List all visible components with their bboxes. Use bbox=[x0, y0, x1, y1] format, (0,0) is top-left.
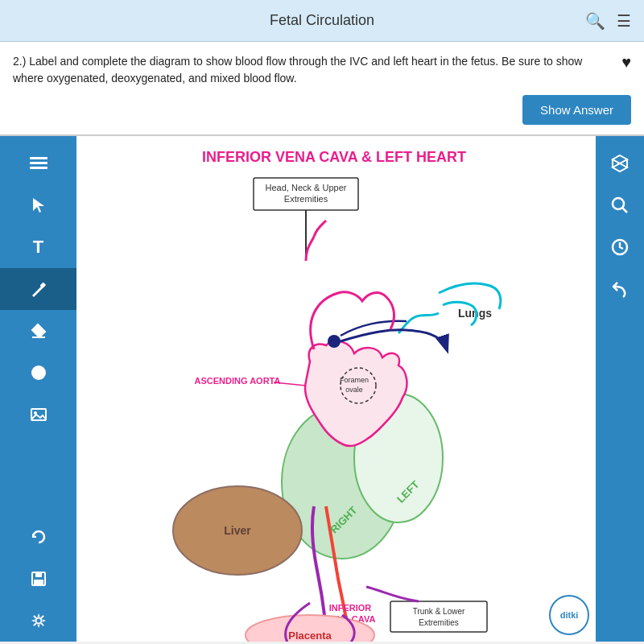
save-tool[interactable] bbox=[0, 558, 76, 600]
question-area: ♥ 2.) Label and complete the diagram to … bbox=[0, 42, 644, 136]
svg-text:Head, Neck & Upper: Head, Neck & Upper bbox=[266, 183, 347, 192]
header: Fetal Circulation 🔍 ☰ bbox=[0, 0, 644, 42]
image-tool[interactable] bbox=[0, 394, 76, 436]
svg-marker-3 bbox=[33, 198, 44, 213]
svg-text:ovale: ovale bbox=[345, 386, 363, 394]
svg-point-44 bbox=[613, 198, 624, 209]
refresh-tool[interactable] bbox=[0, 516, 76, 558]
svg-text:Extremities: Extremities bbox=[284, 194, 328, 204]
header-title: Fetal Circulation bbox=[270, 12, 374, 29]
svg-point-26 bbox=[328, 335, 341, 348]
diagram-container: INFERIOR VENA CAVA & LEFT HEART Head, Ne… bbox=[76, 136, 596, 642]
svg-text:ASCENDING AORTA: ASCENDING AORTA bbox=[195, 376, 281, 386]
right-toolbar bbox=[596, 136, 644, 642]
layers-tool[interactable] bbox=[0, 142, 76, 184]
svg-marker-40 bbox=[613, 155, 627, 163]
zoom-tool[interactable] bbox=[596, 184, 644, 226]
heart-icon[interactable]: ♥ bbox=[621, 53, 631, 72]
svg-text:Liver: Liver bbox=[224, 524, 251, 537]
header-icons: 🔍 ☰ bbox=[585, 11, 631, 31]
svg-rect-1 bbox=[30, 162, 47, 164]
settings-tool[interactable] bbox=[0, 600, 76, 642]
svg-line-45 bbox=[623, 208, 628, 213]
menu-icon[interactable]: ☰ bbox=[617, 11, 631, 31]
eraser-tool[interactable] bbox=[0, 310, 76, 352]
svg-text:Extremities: Extremities bbox=[419, 618, 458, 627]
svg-marker-41 bbox=[613, 163, 627, 171]
canvas-area[interactable]: INFERIOR VENA CAVA & LEFT HEART Head, Ne… bbox=[76, 136, 596, 642]
svg-text:INFERIOR: INFERIOR bbox=[329, 603, 372, 613]
select-tool[interactable] bbox=[0, 184, 76, 226]
svg-text:Placenta: Placenta bbox=[288, 630, 332, 642]
question-text: 2.) Label and complete the diagram to sh… bbox=[13, 53, 631, 87]
svg-rect-11 bbox=[35, 572, 42, 577]
undo-tool[interactable] bbox=[596, 268, 644, 310]
svg-marker-5 bbox=[32, 324, 45, 337]
svg-rect-0 bbox=[30, 157, 47, 159]
circle-tool[interactable] bbox=[0, 352, 76, 394]
svg-text:Foramen: Foramen bbox=[340, 376, 369, 384]
svg-text:INFERIOR VENA CAVA & LEFT HEAR: INFERIOR VENA CAVA & LEFT HEART bbox=[202, 149, 466, 165]
left-toolbar: T bbox=[0, 136, 76, 642]
svg-rect-12 bbox=[34, 580, 43, 585]
text-icon: T bbox=[33, 237, 43, 258]
svg-text:Trunk & Lower: Trunk & Lower bbox=[413, 607, 465, 616]
svg-rect-35 bbox=[390, 601, 487, 632]
svg-rect-8 bbox=[31, 409, 46, 420]
svg-point-7 bbox=[31, 365, 46, 380]
search-icon[interactable]: 🔍 bbox=[585, 11, 605, 31]
svg-rect-2 bbox=[30, 167, 47, 169]
pen-tool[interactable] bbox=[0, 268, 76, 310]
show-answer-button[interactable]: Show Answer bbox=[522, 95, 631, 125]
layers-right-tool[interactable] bbox=[596, 142, 644, 184]
main-area: T bbox=[0, 136, 644, 642]
watermark: ditki bbox=[549, 595, 589, 635]
history-tool[interactable] bbox=[596, 226, 644, 268]
text-tool[interactable]: T bbox=[0, 226, 76, 268]
